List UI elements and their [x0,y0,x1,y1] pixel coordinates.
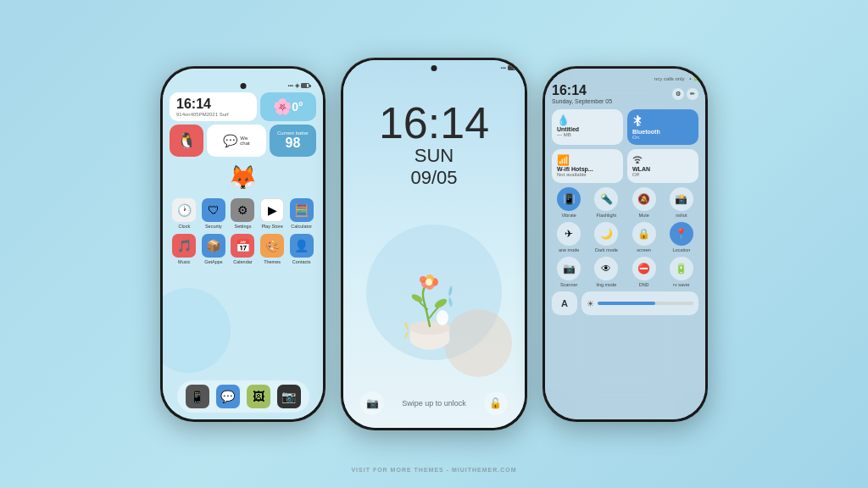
cc-vibrate[interactable]: 📳 Vibrate [552,187,586,218]
music-label: Music [178,259,190,264]
security-label: Security [205,224,222,229]
themes-label: Themes [264,259,281,264]
widget-date-display: 914on405PM2021 Surf [176,112,250,117]
app-security[interactable]: 🛡 Security [200,198,227,229]
notch-bar: ▪▪▪ ◈ [170,79,316,92]
app-calendar[interactable]: 📅 Calendar [229,234,256,264]
control-center-screen: ncy calls only ▪ 🔋 16:14 Sunday, Septemb… [545,69,705,419]
battery-saver-icon: 🔋 [670,257,693,280]
getapps-icon: 📦 [202,234,225,258]
battery-icon-2 [508,65,516,70]
calculator-icon: 🧮 [290,198,314,222]
vibrate-label: Vibrate [561,213,576,218]
cc-battery-saver[interactable]: 🔋 rv saver [665,257,698,287]
lock-screen: ▪▪▪ 16:14 SUN 09/05 [343,60,525,428]
cc-location[interactable]: 📍 Location [665,222,698,252]
contacts-icon: 👤 [290,234,314,258]
casting-icon: 👁 [594,257,618,280]
app-settings[interactable]: ⚙ Settings [229,198,256,229]
lock-bottom-bar: 📷 Swipe up to unlock 🔓 [343,391,525,415]
bluetooth-sublabel: On [632,135,693,140]
font-size-button[interactable]: A [552,291,577,315]
dock-phone[interactable]: 📱 [186,385,209,408]
hotspot-icon: 📶 [557,154,570,166]
svg-point-10 [437,310,448,325]
app-themes[interactable]: 🎨 Themes [259,234,286,264]
mute-label: Mute [639,213,649,218]
clock-icon: 🕐 [172,198,196,222]
cc-tile-mobile-data[interactable]: 💧 Untitled — MB [552,109,623,145]
cc-flashlight[interactable]: 🔦 Flashlight [589,187,623,218]
cc-screenlock[interactable]: 🔒 screen [627,222,661,252]
dock-camera[interactable]: 📷 [277,385,301,408]
dnd-icon: ⛔ [632,257,656,280]
vibrate-icon: 📳 [557,187,581,211]
brightness-control[interactable]: ☀ [581,291,698,315]
wlan-label: WLAN [632,166,693,172]
brightness-slider [598,302,693,305]
cc-tile-bluetooth[interactable]: Bluetooth On [627,109,698,145]
camera-shortcut[interactable]: 📷 [360,391,384,415]
cc-header: 16:14 Sunday, September 05 ⚙ ✏ [552,83,698,104]
themes-icon: 🎨 [260,234,284,258]
svg-point-8 [420,276,426,283]
app-getapps[interactable]: 📦 GetApps [200,234,227,264]
calendar-label: Calendar [233,259,252,264]
battery-value: 98 [286,136,301,151]
app-dock: 📱 💬 🖼 📷 [177,380,309,413]
cc-screenshot[interactable]: 📸 nshot [665,187,698,218]
hotspot-label: W-ifi Hotsp... [557,166,618,172]
cc-settings-icon[interactable]: ⚙ [672,88,684,100]
cc-tile-hotspot[interactable]: 📶 W-ifi Hotsp... Not available [552,149,623,183]
lock-time: 16:14 [343,101,525,145]
settings-label: Settings [235,224,252,229]
app-clock[interactable]: 🕐 Clock [170,198,198,229]
music-icon: 🎵 [172,234,196,258]
airplane-label: ane mode [559,247,579,252]
mobile-data-label: Untitled [557,126,618,132]
fox-widget: 🦊 [228,164,258,191]
phone-3: ncy calls only ▪ 🔋 16:14 Sunday, Septemb… [542,66,708,422]
app-music[interactable]: 🎵 Music [170,234,198,264]
cc-dnd[interactable]: ⛔ DND [627,257,661,287]
cc-tile-wlan[interactable]: WLAN Off [627,149,698,183]
cc-grid-row2: ✈ ane mode 🌙 Dark mode 🔒 screen 📍 Locati… [552,222,698,252]
cc-tiles-row-1: 💧 Untitled — MB [552,109,698,145]
cc-edit-icon[interactable]: ✏ [687,88,698,100]
app-contacts[interactable]: 👤 Contacts [288,234,315,264]
cc-date: Sunday, September 05 [552,98,612,104]
cc-darkmode[interactable]: 🌙 Dark mode [589,222,623,252]
getapps-label: GetApps [204,259,222,264]
dock-messages[interactable]: 💬 [216,385,240,408]
app-playstore[interactable]: ▶ Play Store [259,198,286,229]
cc-grid-row1: 📳 Vibrate 🔦 Flashlight 🔕 Mute 📸 nshot [552,187,698,218]
swipe-label: Swipe up to unlock [402,399,466,408]
screenshot-label: nshot [676,213,687,218]
location-icon: 📍 [670,222,693,246]
unlock-shortcut[interactable]: 🔓 [484,391,508,415]
app-row-2: 🎵 Music 📦 GetApps 📅 Calendar 🎨 Themes [170,234,316,264]
cc-casting[interactable]: 👁 ling mode [589,257,623,287]
cc-time-group: 16:14 Sunday, September 05 [552,83,612,104]
mascot-row: 🦊 [170,164,316,191]
flashlight-label: Flashlight [597,213,617,218]
cc-airplane[interactable]: ✈ ane mode [552,222,586,252]
contacts-label: Contacts [292,259,311,264]
dock-gallery[interactable]: 🖼 [247,385,270,408]
scanner-icon: 📷 [557,257,581,280]
wlan-sublabel: Off [632,172,693,177]
battery-saver-label: rv saver [673,282,690,287]
security-icon: 🛡 [202,198,225,222]
time-widget: 16:14 914on405PM2021 Surf [170,92,257,121]
darkmode-icon: 🌙 [594,222,618,246]
notch-bar-2: ▪▪▪ [343,60,525,75]
watermark: VISIT FOR MORE THEMES - MIUITHEMER.COM [351,467,516,473]
bluetooth-label: Bluetooth [632,129,693,135]
weather-widget: 🌸 0° [260,92,316,121]
cc-scanner[interactable]: 📷 Scanner [552,257,586,287]
svg-point-11 [637,162,638,164]
punch-hole-2 [431,65,437,71]
app-calculator[interactable]: 🧮 Calculator [288,198,315,229]
cc-mute[interactable]: 🔕 Mute [627,187,661,218]
flower-pot [383,267,485,369]
